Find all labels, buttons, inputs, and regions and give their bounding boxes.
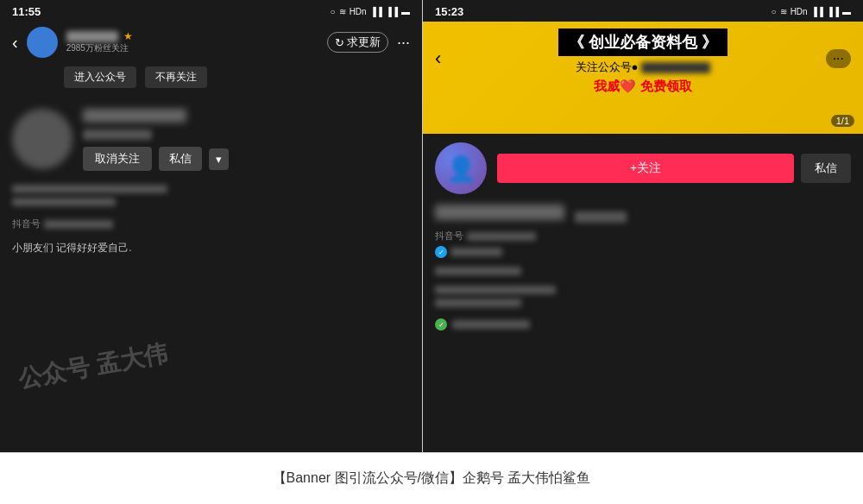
left-nav-profile-name: ★ bbox=[66, 30, 327, 42]
left-username-blurred bbox=[83, 109, 186, 123]
left-follower-count: 2985万粉丝关注 bbox=[66, 42, 327, 54]
right-message-button[interactable]: 私信 bbox=[801, 154, 851, 183]
right-phone-screenshot: 15:23 ○ ≋ HDn ▐▐ ▐▐ ▬ ‹ ··· 《 创业必备资料包 》 … bbox=[423, 0, 863, 452]
right-tiktok-id-blurred bbox=[467, 232, 536, 241]
right-verified-blurred bbox=[450, 248, 502, 256]
right-back-button[interactable]: ‹ bbox=[435, 47, 441, 70]
left-user-avatar bbox=[12, 109, 72, 169]
right-green-row-blurred bbox=[452, 320, 530, 329]
right-status-icons: ○ ≋ HDn ▐▐ ▐▐ ▬ bbox=[772, 7, 851, 16]
refresh-icon: ↻ bbox=[335, 36, 344, 49]
left-back-button[interactable]: ‹ bbox=[12, 33, 18, 53]
right-banner-subtitle: 关注公众号● bbox=[423, 60, 863, 75]
signal-bars-icon: ▐▐ bbox=[370, 7, 382, 16]
left-bio-blurred-area bbox=[0, 185, 422, 217]
right-user-avatar-inner: 👤 bbox=[435, 142, 487, 194]
caption-text: 【Banner 图引流公众号/微信】企鹅号 孟大伟怕鲨鱼 bbox=[273, 469, 591, 488]
right-profile-row: 👤 +关注 私信 bbox=[423, 134, 863, 203]
right-signal-bars-icon: ▐▐ bbox=[811, 7, 823, 16]
right-tiktok-label: 抖音号 bbox=[435, 230, 463, 243]
right-banner-free-text: 我威❤️ 免费领取 bbox=[423, 79, 863, 95]
enter-public-button[interactable]: 进入公众号 bbox=[64, 66, 136, 88]
verified-icon: ✓ bbox=[435, 246, 447, 258]
hd-label: HDn bbox=[350, 7, 367, 16]
right-signal-icon: ≋ bbox=[780, 7, 787, 16]
left-user-info: 取消关注 私信 ▾ bbox=[83, 109, 410, 171]
left-dropdown-button[interactable]: ▾ bbox=[209, 148, 229, 170]
right-time: 15:23 bbox=[435, 5, 463, 18]
left-status-bar: 11:55 ○ ≋ HDn ▐▐ ▐▐ ▬ bbox=[0, 0, 422, 22]
left-tiktok-label: 抖音号 bbox=[12, 217, 41, 230]
left-tiktok-id-row: 抖音号 bbox=[0, 217, 422, 230]
banner-channel-blurred bbox=[641, 62, 710, 73]
right-tiktok-id-row: 抖音号 bbox=[423, 228, 863, 244]
avatar-placeholder: 👤 bbox=[446, 154, 476, 183]
left-message-button[interactable]: 私信 bbox=[159, 147, 202, 171]
update-btn-label: 求更新 bbox=[347, 35, 381, 50]
bottom-caption: 【Banner 图引流公众号/微信】企鹅号 孟大伟怕鲨鱼 bbox=[0, 452, 863, 504]
right-signal-bars2-icon: ▐▐ bbox=[827, 7, 839, 16]
right-stats-row bbox=[423, 260, 863, 282]
left-nav-bar: ‹ ● ★ 2985万粉丝关注 ↻ 求更新 ··· bbox=[0, 22, 422, 63]
left-follow-buttons: 取消关注 私信 ▾ bbox=[83, 147, 410, 171]
left-unfollow-button[interactable]: 取消关注 bbox=[83, 147, 152, 171]
right-verified-row: ✓ bbox=[423, 244, 863, 260]
right-bottom-blurred bbox=[423, 282, 863, 315]
left-more-button[interactable]: ··· bbox=[397, 34, 410, 52]
left-phone-screenshot: 11:55 ○ ≋ HDn ▐▐ ▐▐ ▬ ‹ ● ★ 2985万粉丝关注 bbox=[0, 0, 423, 452]
left-watermark: 公众号 孟大伟 bbox=[16, 337, 171, 396]
left-profile-top-buttons: 进入公众号 不再关注 bbox=[52, 63, 422, 95]
right-green-check-row: ✓ bbox=[423, 315, 863, 334]
left-status-icons: ○ ≋ HDn ▐▐ ▐▐ ▬ bbox=[331, 7, 410, 16]
right-banner-text: 《 创业必备资料包 》 关注公众号● 我威❤️ 免费领取 bbox=[423, 28, 863, 95]
left-bio-row-1 bbox=[12, 185, 167, 193]
left-update-button[interactable]: ↻ 求更新 bbox=[327, 32, 388, 53]
banner-subtitle-prefix: 关注公众号● bbox=[576, 60, 639, 75]
right-user-avatar: 👤 bbox=[435, 142, 487, 194]
right-battery-icon: ▬ bbox=[842, 7, 851, 16]
left-content-area: 取消关注 私信 ▾ bbox=[0, 95, 422, 185]
right-banner-image: 《 创业必备资料包 》 关注公众号● 我威❤️ 免费领取 1/1 bbox=[423, 22, 863, 134]
green-check-icon: ✓ bbox=[435, 318, 447, 331]
left-nav-avatar: ● bbox=[27, 27, 58, 58]
signal-bars2-icon: ▐▐ bbox=[386, 7, 398, 16]
left-tiktok-id-blurred bbox=[44, 220, 113, 229]
right-action-buttons: +关注 私信 bbox=[497, 154, 851, 183]
right-banner: ‹ ··· 《 创业必备资料包 》 关注公众号● 我威❤️ 免费领取 1/1 bbox=[423, 22, 863, 134]
right-hd-label: HDn bbox=[791, 7, 808, 16]
signal-icon: ≋ bbox=[339, 7, 346, 16]
left-bio-text: 小朋友们 记得好好爱自己. bbox=[0, 234, 422, 262]
right-bottom-line-2 bbox=[435, 299, 521, 307]
right-more-button[interactable]: ··· bbox=[826, 49, 851, 68]
watermark-text: 公众号 孟大伟 bbox=[16, 340, 170, 393]
right-user-name-row bbox=[423, 203, 863, 228]
left-time: 11:55 bbox=[12, 5, 41, 18]
right-bottom-line-1 bbox=[435, 286, 556, 294]
right-status-bar: 15:23 ○ ≋ HDn ▐▐ ▐▐ ▬ bbox=[423, 0, 863, 22]
right-banner-title: 《 创业必备资料包 》 bbox=[558, 28, 728, 56]
star-icon: ★ bbox=[123, 30, 133, 42]
wifi-icon: ○ bbox=[331, 7, 336, 16]
right-username-suffix-blurred bbox=[575, 210, 627, 223]
right-wifi-icon: ○ bbox=[772, 7, 777, 16]
right-follow-button[interactable]: +关注 bbox=[497, 154, 794, 183]
right-username-blurred bbox=[435, 205, 564, 220]
right-stat-blurred-1 bbox=[435, 267, 521, 275]
no-follow-button[interactable]: 不再关注 bbox=[145, 66, 207, 88]
main-content: 11:55 ○ ≋ HDn ▐▐ ▐▐ ▬ ‹ ● ★ 2985万粉丝关注 bbox=[0, 0, 863, 452]
left-bio-row-2 bbox=[12, 198, 116, 206]
right-page-indicator: 1/1 bbox=[831, 115, 854, 127]
left-nav-profile-name-area: ★ 2985万粉丝关注 bbox=[66, 30, 327, 54]
battery-icon: ▬ bbox=[401, 7, 410, 16]
left-user-follow-count bbox=[83, 129, 152, 140]
